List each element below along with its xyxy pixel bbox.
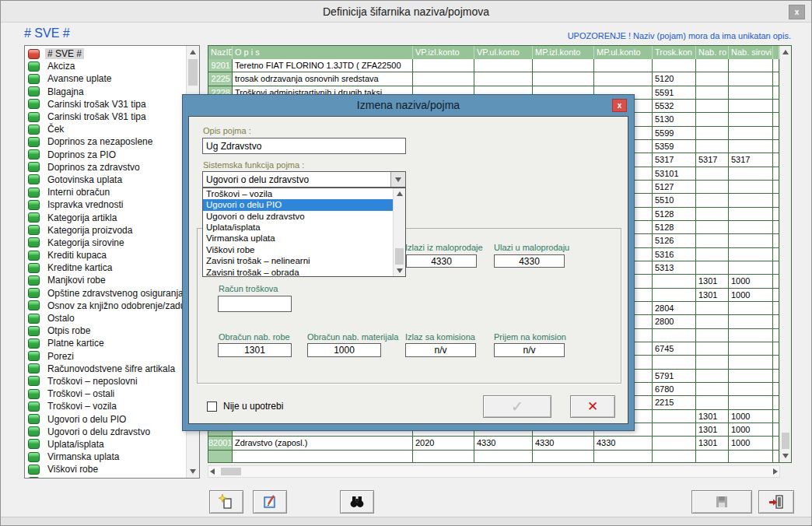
scroll-down-icon[interactable]	[780, 450, 791, 462]
dropdown-option[interactable]: Virmanska uplata	[203, 233, 393, 244]
izlaz-mp-input[interactable]	[406, 254, 477, 268]
scrollbar-thumb[interactable]	[395, 248, 404, 265]
racun-troskova-label: Račun troškova	[219, 284, 278, 293]
table-vscrollbar[interactable]	[779, 46, 791, 462]
column-header[interactable]: VP.izl.konto	[413, 46, 474, 59]
scroll-up-icon[interactable]	[780, 46, 791, 58]
scrollbar-thumb[interactable]	[782, 433, 789, 449]
scrollbar-thumb[interactable]	[188, 59, 198, 86]
table-cell	[696, 127, 729, 140]
list-item[interactable]: Porezi	[25, 350, 186, 363]
dropdown-option[interactable]: Zavisni trošak – nelinearni	[203, 255, 393, 266]
column-header[interactable]: VP.ul.konto	[474, 46, 533, 59]
list-item[interactable]: Troškovi – vozila	[25, 400, 186, 412]
dialog-ok-button[interactable]: ✓	[483, 395, 551, 418]
scroll-up-icon[interactable]	[394, 188, 405, 199]
dropdown-option[interactable]: Viškovi robe	[203, 244, 393, 255]
list-item-label: Uplata/isplata	[45, 439, 107, 450]
new-item-button[interactable]	[209, 490, 243, 514]
table-row[interactable]	[208, 451, 779, 462]
list-item[interactable]: Kategorija artikla	[25, 211, 186, 223]
combobox-dropdown-button[interactable]	[390, 172, 405, 187]
table-row[interactable]: 9201Teretno FIAT FLORINO 1.3JTD ( ZFA225…	[208, 59, 779, 72]
list-item[interactable]: Troškovi – neposlovni	[25, 375, 186, 387]
list-item[interactable]: Viškovi robe	[25, 463, 186, 475]
ulaz-mp-input[interactable]	[494, 254, 565, 268]
list-item[interactable]: Platne kartice	[25, 337, 186, 349]
column-header[interactable]: NazID	[208, 46, 233, 59]
scroll-down-icon[interactable]	[394, 265, 405, 276]
prijem-komision-input[interactable]	[494, 343, 565, 357]
table-cell: 1000	[729, 437, 773, 450]
table-cell	[729, 208, 773, 221]
scrollbar-thumb[interactable]	[221, 468, 241, 475]
dialog-cancel-button[interactable]: ✕	[570, 395, 615, 418]
list-item[interactable]: # SVE #	[25, 47, 186, 60]
dropdown-option[interactable]: Zavisni trošak – obrada	[203, 267, 393, 276]
list-item[interactable]: Interni obračun	[25, 186, 186, 198]
table-cell: 2800	[653, 315, 696, 328]
list-item[interactable]: Carinski trošak V31 tipa	[25, 98, 186, 110]
list-item[interactable]: Ugovori o delu zdravstvo	[25, 426, 186, 438]
list-item[interactable]: Otpis robe	[25, 324, 186, 337]
list-item[interactable]: Doprinos za PIO	[25, 149, 186, 161]
list-item[interactable]: Ispravka vrednosti	[25, 198, 186, 211]
window-close-button[interactable]: x	[789, 5, 805, 19]
scroll-up-icon[interactable]	[187, 46, 199, 58]
list-item[interactable]: Kreditne kartica	[25, 261, 186, 274]
list-item[interactable]: Virmanska uplata	[25, 451, 186, 463]
scroll-left-icon[interactable]	[210, 466, 215, 477]
find-button[interactable]	[340, 490, 374, 514]
dropdown-scrollbar[interactable]	[393, 188, 405, 276]
column-header[interactable]: Nab. ro	[696, 46, 729, 59]
exit-button[interactable]	[758, 490, 794, 514]
column-header[interactable]: MP.ul.konto	[594, 46, 653, 59]
table-cell	[653, 59, 696, 72]
scroll-right-icon[interactable]	[773, 466, 778, 477]
list-item[interactable]: Kategorija proizvoda	[25, 224, 186, 237]
list-item[interactable]: Troškovi – ostali	[25, 387, 186, 400]
racun-troskova-input[interactable]	[218, 296, 292, 312]
dropdown-option[interactable]: Uplata/isplata	[203, 222, 393, 233]
table-cell	[696, 261, 729, 275]
list-item[interactable]: Akciza	[25, 60, 186, 72]
column-header-spacer[interactable]	[773, 46, 779, 59]
table-hscrollbar[interactable]	[208, 465, 780, 478]
list-item[interactable]: Krediti kupaca	[25, 249, 186, 261]
nije-u-upotrebi-checkbox[interactable]	[207, 402, 217, 412]
list-item[interactable]: Opštine zdravstvenog osiguranja	[25, 287, 186, 300]
list-item[interactable]: Manjkovi robe	[25, 274, 186, 286]
table-row[interactable]: 82001Zdravstvo (zaposl.)2020433043304330…	[208, 437, 779, 450]
dropdown-option[interactable]: Ugovori o delu PIO	[203, 199, 393, 210]
dialog-close-button[interactable]: x	[612, 99, 627, 112]
list-item[interactable]: Doprinos za zdravstvo	[25, 161, 186, 174]
list-item[interactable]: Zavisni trošak – nelinearni	[25, 475, 186, 478]
list-item[interactable]: Uplata/isplata	[25, 438, 186, 451]
column-header[interactable]: O p i s	[233, 46, 413, 59]
column-header[interactable]: Nab. sirovi	[729, 46, 773, 59]
izlaz-komision-input[interactable]	[405, 343, 476, 357]
table-row[interactable]: 2225trosak odrzavanja osnovnih sredstava…	[208, 72, 779, 86]
scroll-down-icon[interactable]	[187, 465, 199, 478]
list-item[interactable]: Blagajna	[25, 86, 186, 98]
list-item[interactable]: Osnov za knjižno odobrenje/zaduženj	[25, 300, 186, 312]
sistemska-funkcija-combobox[interactable]: Ugovori o delu zdravstvo	[202, 171, 406, 188]
edit-button[interactable]	[253, 490, 287, 514]
list-item[interactable]: Avansne uplate	[25, 72, 186, 85]
opis-pojma-input[interactable]	[202, 138, 406, 154]
obracun-materijala-input[interactable]	[307, 343, 381, 357]
column-header[interactable]: Trosk.kon	[653, 46, 696, 59]
list-item[interactable]: Ostalo	[25, 312, 186, 324]
column-header[interactable]: MP.izl.konto	[533, 46, 594, 59]
list-item[interactable]: Kategorija sirovine	[25, 237, 186, 249]
list-item[interactable]: Ček	[25, 123, 186, 135]
obracun-robe-input[interactable]	[218, 343, 292, 357]
list-item[interactable]: Računovodstvene šifre artikala	[25, 363, 186, 375]
list-item[interactable]: Doprinos za nezaposlene	[25, 135, 186, 148]
list-item[interactable]: Gotovinska uplata	[25, 174, 186, 186]
dropdown-option[interactable]: Ugovori o delu zdravstvo	[203, 211, 393, 222]
list-item[interactable]: Carinski trošak V81 tipa	[25, 110, 186, 123]
dropdown-option[interactable]: Troškovi – vozila	[203, 188, 393, 199]
save-button[interactable]	[691, 490, 752, 514]
list-item[interactable]: Ugovori o delu PIO	[25, 412, 186, 425]
